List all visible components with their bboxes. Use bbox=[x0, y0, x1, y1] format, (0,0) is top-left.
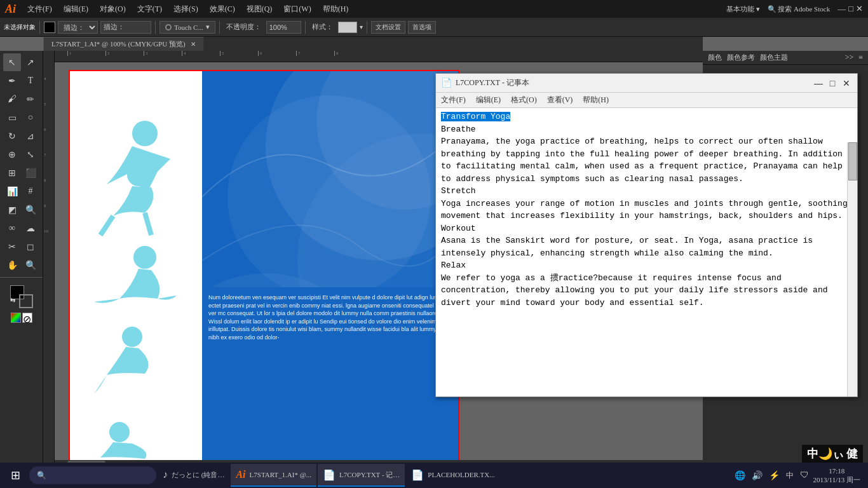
time-display: 17:18 bbox=[813, 466, 860, 475]
ai-logo: Ai bbox=[5, 3, 16, 16]
ruler-tick: 7 bbox=[296, 51, 301, 56]
menu-window[interactable]: 窗口(W) bbox=[278, 3, 316, 16]
color-mode-row: ⊘ bbox=[11, 313, 32, 323]
shape-builder[interactable]: ⊞ bbox=[3, 164, 21, 182]
taskbar-notepad2[interactable]: 📄 PLACEHOLDER.TX... bbox=[406, 464, 499, 487]
notepad-menu-help[interactable]: 帮助(H) bbox=[583, 95, 609, 105]
tray-volume[interactable]: 🔊 bbox=[750, 470, 764, 481]
style-label: 样式： bbox=[309, 21, 336, 33]
opacity-input[interactable] bbox=[266, 21, 301, 34]
taskbar-notepad1[interactable]: 📄 L7COPY.TXT - 记… bbox=[318, 464, 405, 487]
svg-line-2 bbox=[100, 216, 113, 235]
svg-line-3 bbox=[145, 213, 151, 235]
touch-button[interactable]: Touch C... ▾ bbox=[159, 21, 215, 34]
taskbar-search[interactable]: 🔍 bbox=[29, 466, 156, 484]
scrollbar-thumb[interactable] bbox=[848, 142, 857, 180]
panels-bar: 颜色 颜色参考 颜色主题 >> ≡ bbox=[703, 51, 868, 65]
tray-time[interactable]: 17:18 2013/11/13 周一 bbox=[813, 466, 860, 485]
notepad-content[interactable]: Transform Yoga Breathe Pranayama, the yo… bbox=[436, 108, 857, 396]
tab-close-btn[interactable]: ✕ bbox=[191, 41, 196, 48]
tray-antivirus[interactable]: 🛡 bbox=[798, 470, 811, 480]
tray-battery[interactable]: ⚡ bbox=[767, 470, 782, 481]
color-theme-btn[interactable]: 颜色主题 bbox=[760, 53, 788, 62]
doc-settings-button[interactable]: 文档设置 bbox=[371, 21, 405, 34]
taskbar: ⊞ 🔍 ♪ だっとに (純音… Ai L7START_1.AI* @... 📄 … bbox=[0, 463, 868, 488]
eraser-tool[interactable]: ◻ bbox=[22, 238, 39, 255]
notepad2-label: PLACEHOLDER.TX... bbox=[428, 471, 494, 478]
notepad-menu-view[interactable]: 查看(V) bbox=[547, 95, 573, 105]
tool-row-gradient: ◩ 🔍 bbox=[3, 201, 39, 219]
type-tool[interactable]: T bbox=[22, 72, 39, 90]
restore-btn[interactable]: □ bbox=[848, 4, 853, 14]
panels-menu-btn[interactable]: ≡ bbox=[858, 53, 863, 62]
color-panel-btn[interactable]: 颜色 bbox=[708, 53, 722, 62]
pencil-tool[interactable]: ✏ bbox=[22, 90, 39, 108]
notepad-minimize-btn[interactable]: — bbox=[813, 78, 824, 89]
ellipse-tool[interactable]: ○ bbox=[22, 109, 39, 126]
column-graph[interactable]: 📊 bbox=[3, 182, 21, 200]
notepad-menu-edit[interactable]: 编辑(E) bbox=[476, 95, 501, 105]
menu-object[interactable]: 对象(O) bbox=[95, 3, 131, 16]
mesh-tool[interactable]: # bbox=[22, 182, 39, 200]
paintbrush-tool[interactable]: 🖌 bbox=[3, 90, 21, 108]
notepad-menu-format[interactable]: 格式(O) bbox=[511, 95, 537, 105]
fill-color[interactable] bbox=[44, 22, 55, 33]
symbol-spray[interactable]: ☁ bbox=[22, 219, 39, 237]
hand-tool[interactable]: ✋ bbox=[3, 256, 21, 274]
notepad-restore-btn[interactable]: □ bbox=[827, 78, 838, 89]
slice-tool[interactable]: ✂ bbox=[3, 238, 21, 255]
taskbar-illustrator[interactable]: Ai L7START_1.AI* @... bbox=[231, 464, 316, 487]
touch-icon bbox=[165, 24, 172, 30]
toolbar: 未选择对象 描边： Touch C... ▾ 不透明度： 样式： ▾ 文档设置 … bbox=[0, 18, 868, 37]
warp-tool[interactable]: ⊕ bbox=[3, 146, 21, 163]
eyedropper[interactable]: 🔍 bbox=[22, 201, 39, 219]
selection-info: 未选择对象 bbox=[4, 23, 36, 32]
divider3 bbox=[219, 21, 220, 34]
taskbar-dakotonni[interactable]: ♪ だっとに (純音… bbox=[158, 464, 229, 487]
stroke-value[interactable] bbox=[100, 21, 151, 34]
menu-text[interactable]: 文字(T) bbox=[132, 3, 167, 16]
zoom-tool[interactable]: 🔍 bbox=[22, 256, 39, 274]
pen-tool[interactable]: ✒ bbox=[3, 72, 21, 90]
tray-network[interactable]: 🌐 bbox=[733, 470, 747, 481]
swap-colors[interactable]: ⇆ bbox=[10, 297, 15, 304]
rotate-tool[interactable]: ↻ bbox=[3, 127, 21, 145]
divider4 bbox=[305, 21, 306, 34]
tool-row-slice: ✂ ◻ bbox=[3, 238, 39, 255]
minimize-btn[interactable]: — bbox=[837, 4, 846, 14]
free-transform[interactable]: ⤡ bbox=[22, 146, 39, 163]
tool-row-draw: 🖌 ✏ bbox=[3, 90, 39, 108]
stroke-select[interactable]: 描边： bbox=[58, 21, 98, 34]
notepad-close-btn[interactable]: ✕ bbox=[841, 78, 852, 89]
document-tab[interactable]: L7START_1.AI* @ 100% (CMYK/GPU 预览) ✕ bbox=[43, 37, 204, 51]
gradient-tool[interactable]: ◩ bbox=[3, 201, 21, 219]
color-mode-btn[interactable] bbox=[11, 313, 21, 323]
rectangle-tool[interactable]: ▭ bbox=[3, 109, 21, 126]
menu-file[interactable]: 文件(F) bbox=[22, 3, 57, 16]
blend-tool[interactable]: ∞ bbox=[3, 219, 21, 237]
notepad-scrollbar[interactable] bbox=[847, 142, 857, 396]
vruler-tick: 10 bbox=[44, 229, 48, 234]
panels-expand-btn[interactable]: >> bbox=[845, 53, 854, 62]
close-btn[interactable]: ✕ bbox=[856, 4, 863, 14]
menu-select[interactable]: 选择(S) bbox=[168, 3, 203, 16]
selection-tool[interactable]: ↖ bbox=[3, 53, 21, 71]
menu-view[interactable]: 视图(Q) bbox=[241, 3, 278, 16]
notepad-menu-file[interactable]: 文件(F) bbox=[441, 95, 466, 105]
stock-search[interactable]: 🔍 搜索 Adobe Stock bbox=[768, 4, 831, 14]
direct-select-tool[interactable]: ↗ bbox=[22, 53, 39, 71]
color-guide-btn[interactable]: 颜色参考 bbox=[727, 53, 755, 62]
menu-edit[interactable]: 编辑(E) bbox=[58, 3, 93, 16]
stroke-box[interactable] bbox=[19, 294, 33, 308]
style-arrow: ▾ bbox=[360, 24, 363, 30]
scale-tool[interactable]: ⊿ bbox=[22, 127, 39, 145]
tool-row-select: ↖ ↗ bbox=[3, 53, 39, 71]
live-paint[interactable]: ⬛ bbox=[22, 164, 39, 182]
tray-input-method[interactable]: 中 bbox=[784, 470, 796, 481]
start-button[interactable]: ⊞ bbox=[3, 464, 28, 487]
tool-divider bbox=[0, 277, 43, 280]
menu-help[interactable]: 帮助(H) bbox=[318, 3, 354, 16]
preferences-button[interactable]: 首选项 bbox=[408, 21, 436, 34]
none-mode-btn[interactable]: ⊘ bbox=[22, 313, 32, 323]
menu-effect[interactable]: 效果(C) bbox=[205, 3, 240, 16]
